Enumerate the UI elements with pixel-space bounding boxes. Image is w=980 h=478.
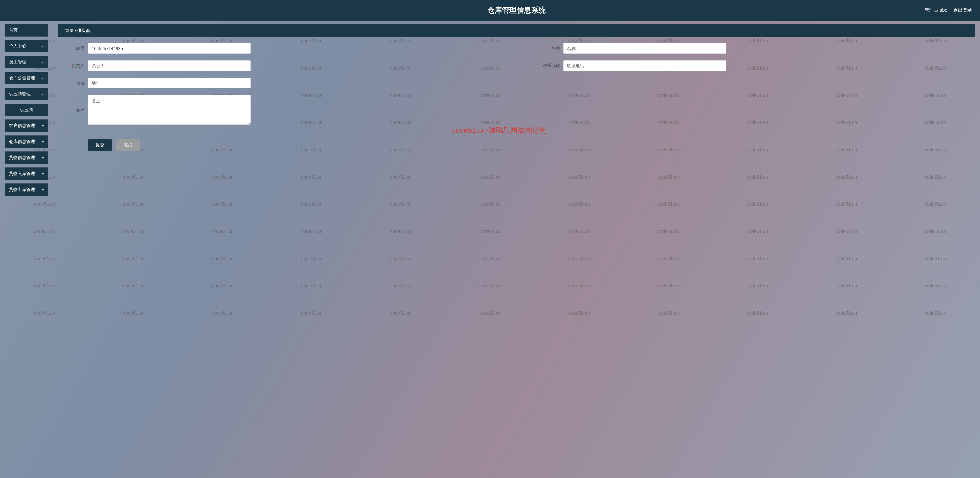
watermark-small: code51.cn	[34, 218, 56, 245]
sidebar-item-0[interactable]: 首页	[5, 24, 48, 37]
chevron-down-icon: ▾	[42, 60, 43, 64]
remark-textarea[interactable]	[88, 95, 251, 125]
chevron-down-icon: ▾	[42, 44, 43, 48]
name-label: 名称	[537, 46, 563, 51]
sidebar-item-label: 供应商	[20, 107, 33, 113]
chevron-down-icon: ▾	[42, 188, 43, 192]
phone-label: 联系电话	[537, 63, 563, 69]
breadcrumb: 首页 / 供应商	[58, 24, 975, 37]
submit-button[interactable]: 提交	[88, 140, 112, 151]
cancel-button[interactable]: 取消	[116, 140, 140, 151]
addr-input[interactable]	[88, 78, 251, 88]
sidebar-item-3[interactable]: 仓库公告管理▾	[5, 72, 48, 84]
sidebar-item-label: 个人中心	[9, 43, 26, 49]
sidebar-item-8[interactable]: 货物信息管理▾	[5, 151, 48, 164]
chevron-down-icon: ▾	[42, 172, 43, 176]
main-content: 首页 / 供应商 编号 名称 负责人 联系电话	[58, 24, 975, 473]
sidebar-item-label: 仓库公告管理	[9, 75, 35, 81]
sidebar-item-7[interactable]: 仓库信息管理▾	[5, 135, 48, 148]
addr-label: 地址	[62, 80, 88, 86]
sidebar-item-10[interactable]: 货物出库管理▾	[5, 183, 48, 196]
chevron-down-icon: ▾	[42, 124, 43, 128]
name-input[interactable]	[563, 43, 726, 54]
sidebar-item-label: 货物入库管理	[9, 171, 35, 176]
remark-label: 备注	[62, 108, 88, 114]
sidebar-item-label: 仓库信息管理	[9, 139, 35, 145]
sidebar-item-label: 客户信息管理	[9, 123, 35, 129]
owner-label: 负责人	[62, 63, 88, 69]
sidebar-item-6[interactable]: 客户信息管理▾	[5, 119, 48, 132]
row-no: 编号	[62, 43, 497, 54]
form-actions: 提交 取消	[62, 140, 972, 151]
no-input[interactable]	[88, 43, 251, 54]
app-title: 仓库管理信息系统	[0, 5, 980, 15]
sidebar-item-label: 员工管理	[9, 59, 26, 65]
chevron-down-icon: ▾	[42, 156, 43, 160]
phone-input[interactable]	[563, 60, 726, 71]
owner-input[interactable]	[88, 60, 251, 71]
current-user-label[interactable]: 管理员 abo	[924, 7, 947, 13]
watermark-small: code51.cn	[34, 299, 56, 327]
logout-link[interactable]: 退出登录	[953, 7, 972, 13]
sidebar-item-label: 首页	[9, 27, 18, 33]
row-remark: 备注	[62, 95, 497, 126]
sidebar-item-label: 供应商管理	[9, 91, 30, 97]
header-right: 管理员 abo 退出登录	[924, 0, 972, 21]
chevron-down-icon: ▾	[42, 76, 43, 80]
sidebar-item-label: 货物信息管理	[9, 155, 35, 160]
watermark-small: code51.cn	[34, 272, 56, 299]
breadcrumb-sep: /	[75, 28, 76, 33]
chevron-down-icon: ▾	[42, 140, 43, 144]
sidebar-item-2[interactable]: 员工管理▾	[5, 56, 48, 68]
sidebar-nav: 首页个人中心▾员工管理▾仓库公告管理▾供应商管理▾供应商客户信息管理▾仓库信息管…	[5, 24, 48, 199]
sidebar-item-5[interactable]: 供应商	[5, 103, 48, 116]
watermark-small: code51.cn	[34, 245, 56, 272]
breadcrumb-current: 供应商	[77, 28, 91, 33]
row-phone: 联系电话	[537, 60, 972, 71]
sidebar-item-9[interactable]: 货物入库管理▾	[5, 167, 48, 180]
row-owner: 负责人	[62, 60, 497, 71]
sidebar-item-label: 货物出库管理	[9, 187, 35, 192]
row-addr: 地址	[62, 78, 497, 88]
app-header: 仓库管理信息系统 管理员 abo 退出登录	[0, 0, 980, 21]
sidebar-item-1[interactable]: 个人中心▾	[5, 40, 48, 52]
row-name: 名称	[537, 43, 972, 54]
breadcrumb-home[interactable]: 首页	[65, 28, 74, 33]
supplier-form: 编号 名称 负责人 联系电话 地址	[58, 43, 975, 151]
sidebar-item-4[interactable]: 供应商管理▾	[5, 87, 48, 100]
chevron-down-icon: ▾	[42, 92, 43, 96]
no-label: 编号	[62, 46, 88, 51]
